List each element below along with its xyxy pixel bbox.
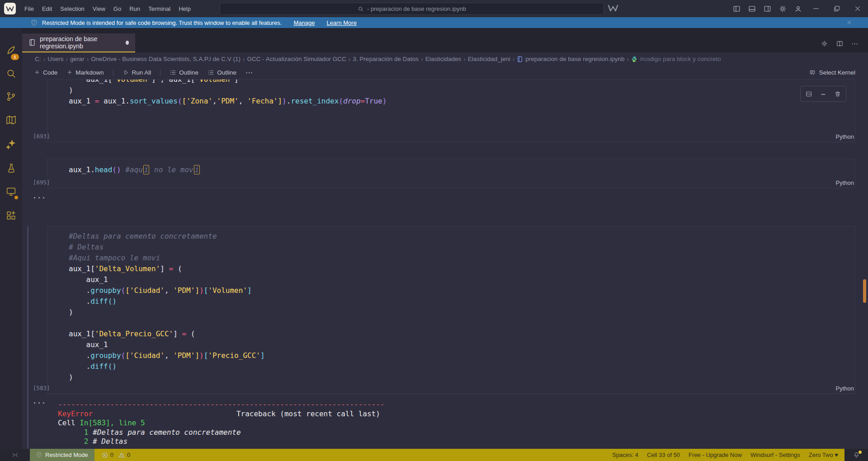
add-markdown-cell-button[interactable]: Markdown xyxy=(66,69,104,76)
status-item[interactable]: Cell 33 of 50 xyxy=(647,452,680,458)
cell-code-editor[interactable]: aux_1['Volumen'] , aux_1['Volumen'])aux_… xyxy=(47,79,855,142)
error-count: 0 xyxy=(110,452,113,458)
notebook-settings-gear-icon[interactable] xyxy=(821,40,828,47)
modified-dot-icon[interactable] xyxy=(126,41,129,45)
breadcrumb-item[interactable]: gerar xyxy=(70,56,85,62)
code-area[interactable]: #Deltas para cemento concretamente# Delt… xyxy=(47,226,855,383)
cell-code-editor[interactable]: #Deltas para cemento concretamente# Delt… xyxy=(47,226,855,394)
status-item[interactable]: Free - Upgrade Now xyxy=(689,452,742,458)
notification-dot xyxy=(859,451,862,454)
breadcrumb-item[interactable]: 3. Preparación de Datos xyxy=(353,56,419,62)
breadcrumb-separator: › xyxy=(421,56,423,63)
split-cell-icon[interactable] xyxy=(805,90,812,98)
breadcrumb-separator: › xyxy=(243,56,245,63)
tab-strip: preparacion de base regresion.ipynb ⋯ xyxy=(22,28,868,52)
menu-item[interactable]: Selection xyxy=(56,5,88,12)
learn-more-link[interactable]: Learn More xyxy=(326,19,356,26)
menu-item[interactable]: Help xyxy=(175,5,195,12)
notebook-cell-2[interactable]: aux_1.head() #aquí no le moví [695] Pyth… xyxy=(22,159,868,188)
cell-language-label[interactable]: Python xyxy=(836,385,854,392)
flask-icon[interactable] xyxy=(0,159,22,177)
layout-panel-icon[interactable] xyxy=(744,0,760,17)
menu-item[interactable]: Edit xyxy=(38,5,56,12)
source-control-icon[interactable] xyxy=(0,87,22,105)
editor-more-actions-icon[interactable]: ⋯ xyxy=(851,42,858,46)
banner-close-icon[interactable] xyxy=(846,19,853,26)
collapsed-output-toggle[interactable]: ... xyxy=(33,192,46,200)
windsurf-logo xyxy=(4,3,16,14)
scrollbar-thumb[interactable] xyxy=(863,279,866,303)
manage-link[interactable]: Manage xyxy=(293,19,315,26)
sparkles-icon[interactable] xyxy=(0,135,22,153)
search-sidebar-icon[interactable] xyxy=(0,64,22,82)
cell-more-actions-icon[interactable]: ⋯ xyxy=(821,90,825,98)
menu-bar: FileEditSelectionViewGoRunTerminalHelp xyxy=(20,5,195,12)
run-all-button[interactable]: Run All xyxy=(123,69,151,76)
cell-language-label[interactable]: Python xyxy=(836,179,854,186)
remote-indicator[interactable] xyxy=(0,449,30,461)
breadcrumb-separator: › xyxy=(87,56,89,63)
breadcrumb-separator: › xyxy=(513,56,515,63)
restricted-mode-banner: Restricted Mode is intended for safe cod… xyxy=(0,17,868,28)
menu-item[interactable]: File xyxy=(20,5,38,12)
activity-bar: 1 xyxy=(0,28,22,449)
cell-code-editor[interactable]: aux_1.head() #aquí no le moví xyxy=(47,159,855,188)
notifications-bell[interactable] xyxy=(844,449,868,461)
notebook-toolbar: Code Markdown Run All Outline Outline ⋯ xyxy=(22,66,868,79)
delete-cell-icon[interactable] xyxy=(834,90,841,98)
code-area[interactable]: aux_1.head() #aquí no le moví xyxy=(47,159,855,175)
settings-gear-icon[interactable] xyxy=(775,0,790,17)
add-code-cell-button[interactable]: Code xyxy=(34,69,57,76)
menu-item[interactable]: Terminal xyxy=(144,5,175,12)
search-text: - preparacion de base regresion.ipynb xyxy=(367,5,466,12)
cell-language-label[interactable]: Python xyxy=(836,133,854,140)
notebook-cell-1[interactable]: aux_1['Volumen'] , aux_1['Volumen'])aux_… xyxy=(22,79,868,142)
layout-sidebar-right-icon[interactable] xyxy=(760,0,775,17)
breadcrumb-item[interactable]: preparacion de base regresion.ipynb xyxy=(517,56,624,62)
menu-item[interactable]: Go xyxy=(109,5,125,12)
breadcrumb-item[interactable]: Elasticidades xyxy=(425,56,462,62)
select-kernel-button[interactable]: Select Kernel xyxy=(809,69,855,76)
execution-count: [695] xyxy=(33,179,50,186)
python-icon xyxy=(631,56,637,62)
windsurf-wordmark-icon xyxy=(608,5,618,12)
toolbar-more-icon[interactable]: ⋯ xyxy=(245,68,253,77)
command-center-search[interactable]: - preparacion de base regresion.ipynb xyxy=(220,3,604,15)
status-item[interactable]: Zero Two ♥ xyxy=(809,452,838,458)
breadcrumb-item[interactable]: Elasticidad_jeni xyxy=(468,56,510,62)
code-area[interactable]: aux_1['Volumen'] , aux_1['Volumen'])aux_… xyxy=(47,79,855,139)
remote-explorer-icon[interactable] xyxy=(0,182,22,200)
map-icon[interactable] xyxy=(0,111,22,129)
breadcrumb-separator: › xyxy=(463,56,466,63)
breadcrumb-item[interactable]: GCC - Actualización Simulador GCC xyxy=(247,56,346,62)
problems-status[interactable]: 0 0 xyxy=(102,452,133,458)
tab-notebook[interactable]: preparacion de base regresion.ipynb xyxy=(22,33,135,52)
notebook-icon xyxy=(517,56,523,62)
breadcrumb-item[interactable]: OneDrive - Business Data Scientists, S.A… xyxy=(91,56,241,62)
breadcrumb-separator: › xyxy=(43,56,46,63)
breadcrumb-item[interactable]: #codigo para block y concreto xyxy=(631,56,721,62)
shield-icon xyxy=(31,19,38,26)
breadcrumb-item[interactable]: C: xyxy=(35,56,41,62)
notebook-editor[interactable]: aux_1['Volumen'] , aux_1['Volumen'])aux_… xyxy=(22,79,868,449)
split-editor-icon[interactable] xyxy=(836,40,844,47)
restricted-mode-status[interactable]: Restricted Mode xyxy=(30,449,94,461)
layout-sidebar-left-icon[interactable] xyxy=(729,0,744,17)
restore-button[interactable] xyxy=(826,0,847,17)
cell-output-traceback: ----------------------------------------… xyxy=(47,400,855,449)
breadcrumb-item[interactable]: Users xyxy=(47,56,63,62)
menu-item[interactable]: Run xyxy=(125,5,144,12)
status-item[interactable]: Windsurf - Settings xyxy=(750,452,800,458)
minimize-button[interactable] xyxy=(806,0,826,17)
output-collapse-toggle[interactable]: ... xyxy=(33,397,46,405)
status-item[interactable]: Spaces: 4 xyxy=(612,452,638,458)
notebook-cell-3[interactable]: #Deltas para cemento concretamente# Delt… xyxy=(22,226,868,394)
outline-button-1[interactable]: Outline xyxy=(170,69,198,76)
menu-item[interactable]: View xyxy=(89,5,109,12)
breadcrumb-separator: › xyxy=(627,56,629,63)
outline-button-2[interactable]: Outline xyxy=(208,69,236,76)
windsurf-chat-icon[interactable]: 1 xyxy=(0,41,22,59)
extensions-icon[interactable] xyxy=(0,206,22,224)
account-icon[interactable] xyxy=(790,0,806,17)
close-window-button[interactable] xyxy=(847,0,868,17)
